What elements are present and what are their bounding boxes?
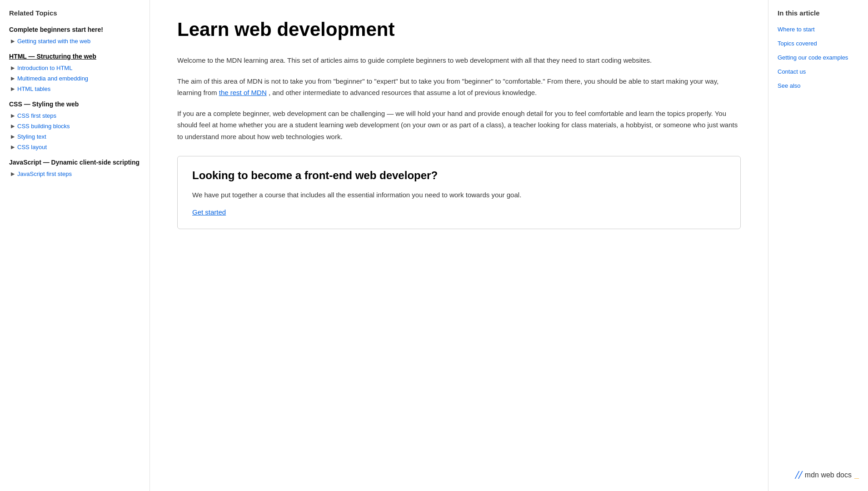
sidebar-item[interactable]: ▶ CSS layout [9, 144, 140, 150]
arrow-icon: ▶ [11, 38, 15, 44]
toc-item-where-to-start[interactable]: Where to start [778, 26, 859, 33]
intro-paragraph: Welcome to the MDN learning area. This s… [177, 55, 741, 66]
toc-item-code-examples[interactable]: Getting our code examples [778, 54, 859, 61]
toc-item-contact-us[interactable]: Contact us [778, 68, 859, 75]
mdn-logo: // mdn web docs _ [795, 468, 859, 482]
aim-paragraph: The aim of this area of MDN is not to ta… [177, 75, 741, 99]
sidebar-item[interactable]: ▶ Multimedia and embedding [9, 75, 140, 82]
sidebar-item[interactable]: ▶ Introduction to HTML [9, 65, 140, 71]
sidebar-item[interactable]: ▶ CSS building blocks [9, 123, 140, 130]
sidebar-section-html: HTML — Structuring the web ▶ Introductio… [9, 53, 140, 92]
callout-box: Looking to become a front-end web develo… [177, 156, 741, 229]
arrow-icon: ▶ [11, 86, 15, 92]
toc-item-see-also[interactable]: See also [778, 82, 859, 89]
arrow-icon: ▶ [11, 113, 15, 119]
callout-text: We have put together a course that inclu… [192, 189, 726, 201]
sidebar-item[interactable]: ▶ JavaScript first steps [9, 170, 140, 177]
mdn-logo-icon: // [795, 468, 802, 482]
arrow-icon: ▶ [11, 65, 15, 71]
arrow-icon: ▶ [11, 123, 15, 129]
sidebar-category-css: CSS — Styling the web [9, 100, 140, 108]
sidebar-item[interactable]: ▶ Getting started with the web [9, 38, 140, 45]
arrow-icon: ▶ [11, 75, 15, 81]
sidebar-section-js: JavaScript — Dynamic client-side scripti… [9, 159, 140, 177]
callout-title: Looking to become a front-end web develo… [192, 169, 726, 182]
sidebar-item[interactable]: ▶ Styling text [9, 133, 140, 140]
beginner-paragraph: If you are a complete beginner, web deve… [177, 108, 741, 143]
sidebar-category-html: HTML — Structuring the web [9, 53, 140, 60]
mdn-logo-text: mdn web docs [805, 471, 852, 479]
arrow-icon: ▶ [11, 171, 15, 177]
sidebar-category-beginners: Complete beginners start here! [9, 26, 140, 33]
sidebar-section-css: CSS — Styling the web ▶ CSS first steps … [9, 100, 140, 150]
main-content: Learn web development Welcome to the MDN… [150, 0, 768, 491]
sidebar: Related Topics Complete beginners start … [0, 0, 150, 491]
toc-item-topics-covered[interactable]: Topics covered [778, 40, 859, 47]
mdn-cursor-icon: _ [854, 471, 859, 480]
rest-of-mdn-link[interactable]: the rest of MDN [219, 89, 267, 96]
table-of-contents: In this article Where to start Topics co… [768, 0, 868, 491]
get-started-link[interactable]: Get started [192, 208, 226, 216]
arrow-icon: ▶ [11, 144, 15, 150]
toc-title: In this article [778, 9, 859, 17]
sidebar-item[interactable]: ▶ CSS first steps [9, 112, 140, 119]
sidebar-item[interactable]: ▶ HTML tables [9, 85, 140, 92]
related-topics-title: Related Topics [9, 9, 140, 17]
sidebar-section-beginners: Complete beginners start here! ▶ Getting… [9, 26, 140, 45]
sidebar-category-js: JavaScript — Dynamic client-side scripti… [9, 159, 140, 166]
arrow-icon: ▶ [11, 134, 15, 140]
page-title: Learn web development [177, 18, 741, 41]
